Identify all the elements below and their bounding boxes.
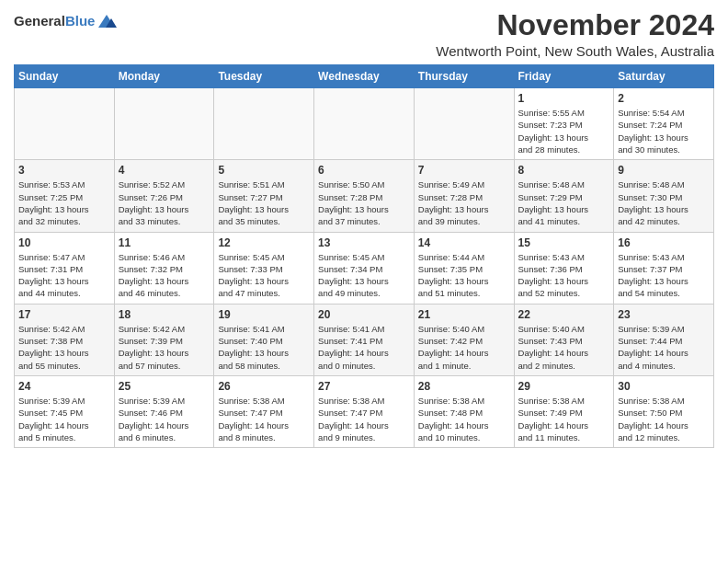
calendar-cell: 26Sunrise: 5:38 AM Sunset: 7:47 PM Dayli… <box>214 375 314 447</box>
day-header-friday: Friday <box>514 65 614 88</box>
day-number: 13 <box>318 236 410 249</box>
week-row-1: 1Sunrise: 5:55 AM Sunset: 7:23 PM Daylig… <box>15 88 714 160</box>
calendar-table: SundayMondayTuesdayWednesdayThursdayFrid… <box>14 64 714 448</box>
day-number: 20 <box>318 308 410 321</box>
calendar-cell: 16Sunrise: 5:43 AM Sunset: 7:37 PM Dayli… <box>614 232 714 304</box>
day-info: Sunrise: 5:50 AM Sunset: 7:28 PM Dayligh… <box>318 178 410 227</box>
calendar-cell <box>15 88 115 160</box>
day-number: 18 <box>119 308 210 321</box>
day-info: Sunrise: 5:55 AM Sunset: 7:23 PM Dayligh… <box>518 107 610 155</box>
calendar-cell: 12Sunrise: 5:45 AM Sunset: 7:33 PM Dayli… <box>214 232 314 304</box>
day-info: Sunrise: 5:39 AM Sunset: 7:45 PM Dayligh… <box>18 395 110 443</box>
day-number: 21 <box>418 308 510 321</box>
calendar-cell <box>214 88 314 160</box>
day-info: Sunrise: 5:40 AM Sunset: 7:43 PM Dayligh… <box>518 323 610 372</box>
calendar-cell: 28Sunrise: 5:38 AM Sunset: 7:48 PM Dayli… <box>414 375 514 447</box>
day-info: Sunrise: 5:38 AM Sunset: 7:47 PM Dayligh… <box>318 395 410 443</box>
day-info: Sunrise: 5:51 AM Sunset: 7:27 PM Dayligh… <box>218 178 310 227</box>
week-row-2: 3Sunrise: 5:53 AM Sunset: 7:25 PM Daylig… <box>15 160 714 232</box>
day-number: 10 <box>18 236 110 249</box>
day-number: 15 <box>518 236 610 249</box>
calendar-cell: 11Sunrise: 5:46 AM Sunset: 7:32 PM Dayli… <box>114 232 214 304</box>
calendar-cell: 5Sunrise: 5:51 AM Sunset: 7:27 PM Daylig… <box>214 160 314 232</box>
calendar-cell: 20Sunrise: 5:41 AM Sunset: 7:41 PM Dayli… <box>314 304 415 375</box>
calendar-cell: 18Sunrise: 5:42 AM Sunset: 7:39 PM Dayli… <box>114 304 214 375</box>
calendar-cell: 7Sunrise: 5:49 AM Sunset: 7:28 PM Daylig… <box>414 160 514 232</box>
month-title: November 2024 <box>436 9 714 41</box>
day-info: Sunrise: 5:41 AM Sunset: 7:40 PM Dayligh… <box>218 323 310 372</box>
title-area: November 2024 Wentworth Point, New South… <box>436 9 714 59</box>
day-number: 24 <box>18 380 110 393</box>
day-info: Sunrise: 5:49 AM Sunset: 7:28 PM Dayligh… <box>418 178 510 227</box>
day-number: 6 <box>318 164 410 177</box>
day-header-thursday: Thursday <box>414 65 514 88</box>
day-info: Sunrise: 5:48 AM Sunset: 7:30 PM Dayligh… <box>618 178 710 227</box>
calendar-cell <box>114 88 214 160</box>
calendar-cell: 22Sunrise: 5:40 AM Sunset: 7:43 PM Dayli… <box>514 304 614 375</box>
day-header-monday: Monday <box>114 65 214 88</box>
day-header-sunday: Sunday <box>15 65 115 88</box>
calendar-cell: 17Sunrise: 5:42 AM Sunset: 7:38 PM Dayli… <box>15 304 115 375</box>
day-number: 22 <box>518 308 610 321</box>
location-title: Wentworth Point, New South Wales, Austra… <box>436 43 714 59</box>
day-number: 29 <box>518 380 610 393</box>
week-row-3: 10Sunrise: 5:47 AM Sunset: 7:31 PM Dayli… <box>15 232 714 304</box>
day-info: Sunrise: 5:38 AM Sunset: 7:47 PM Dayligh… <box>218 395 310 443</box>
calendar-cell: 23Sunrise: 5:39 AM Sunset: 7:44 PM Dayli… <box>614 304 714 375</box>
day-info: Sunrise: 5:39 AM Sunset: 7:44 PM Dayligh… <box>618 323 710 372</box>
logo: GeneralBlue <box>14 9 117 29</box>
calendar-cell: 30Sunrise: 5:38 AM Sunset: 7:50 PM Dayli… <box>614 375 714 447</box>
calendar-cell <box>414 88 514 160</box>
calendar-cell: 2Sunrise: 5:54 AM Sunset: 7:24 PM Daylig… <box>614 88 714 160</box>
calendar-cell <box>314 88 415 160</box>
day-number: 14 <box>418 236 510 249</box>
calendar-cell: 21Sunrise: 5:40 AM Sunset: 7:42 PM Dayli… <box>414 304 514 375</box>
calendar-cell: 19Sunrise: 5:41 AM Sunset: 7:40 PM Dayli… <box>214 304 314 375</box>
day-number: 17 <box>18 308 110 321</box>
calendar-cell: 27Sunrise: 5:38 AM Sunset: 7:47 PM Dayli… <box>314 375 415 447</box>
day-info: Sunrise: 5:38 AM Sunset: 7:49 PM Dayligh… <box>518 395 610 443</box>
day-number: 9 <box>618 164 710 177</box>
day-header-saturday: Saturday <box>614 65 714 88</box>
day-info: Sunrise: 5:38 AM Sunset: 7:50 PM Dayligh… <box>618 395 710 443</box>
day-number: 4 <box>119 164 210 177</box>
calendar-cell: 13Sunrise: 5:45 AM Sunset: 7:34 PM Dayli… <box>314 232 415 304</box>
calendar-cell: 9Sunrise: 5:48 AM Sunset: 7:30 PM Daylig… <box>614 160 714 232</box>
day-header-wednesday: Wednesday <box>314 65 415 88</box>
calendar-cell: 10Sunrise: 5:47 AM Sunset: 7:31 PM Dayli… <box>15 232 115 304</box>
day-number: 5 <box>218 164 310 177</box>
day-number: 8 <box>518 164 610 177</box>
day-number: 16 <box>618 236 710 249</box>
day-info: Sunrise: 5:44 AM Sunset: 7:35 PM Dayligh… <box>418 251 510 300</box>
calendar-cell: 8Sunrise: 5:48 AM Sunset: 7:29 PM Daylig… <box>514 160 614 232</box>
calendar-cell: 4Sunrise: 5:52 AM Sunset: 7:26 PM Daylig… <box>114 160 214 232</box>
day-info: Sunrise: 5:54 AM Sunset: 7:24 PM Dayligh… <box>618 107 710 155</box>
day-info: Sunrise: 5:52 AM Sunset: 7:26 PM Dayligh… <box>119 178 210 227</box>
day-info: Sunrise: 5:38 AM Sunset: 7:48 PM Dayligh… <box>418 395 510 443</box>
calendar-cell: 1Sunrise: 5:55 AM Sunset: 7:23 PM Daylig… <box>514 88 614 160</box>
day-info: Sunrise: 5:42 AM Sunset: 7:38 PM Dayligh… <box>18 323 110 372</box>
day-info: Sunrise: 5:45 AM Sunset: 7:33 PM Dayligh… <box>218 251 310 300</box>
day-number: 28 <box>418 380 510 393</box>
calendar-cell: 6Sunrise: 5:50 AM Sunset: 7:28 PM Daylig… <box>314 160 415 232</box>
day-number: 19 <box>218 308 310 321</box>
calendar-cell: 24Sunrise: 5:39 AM Sunset: 7:45 PM Dayli… <box>15 375 115 447</box>
day-info: Sunrise: 5:45 AM Sunset: 7:34 PM Dayligh… <box>318 251 410 300</box>
calendar-cell: 14Sunrise: 5:44 AM Sunset: 7:35 PM Dayli… <box>414 232 514 304</box>
calendar-header: SundayMondayTuesdayWednesdayThursdayFrid… <box>15 65 714 88</box>
day-info: Sunrise: 5:39 AM Sunset: 7:46 PM Dayligh… <box>119 395 210 443</box>
day-number: 11 <box>119 236 210 249</box>
day-number: 23 <box>618 308 710 321</box>
day-number: 1 <box>518 92 610 105</box>
calendar-cell: 3Sunrise: 5:53 AM Sunset: 7:25 PM Daylig… <box>15 160 115 232</box>
day-number: 27 <box>318 380 410 393</box>
day-info: Sunrise: 5:46 AM Sunset: 7:32 PM Dayligh… <box>119 251 210 300</box>
logo-general: GeneralBlue <box>14 13 95 29</box>
day-info: Sunrise: 5:43 AM Sunset: 7:36 PM Dayligh… <box>518 251 610 300</box>
day-number: 30 <box>618 380 710 393</box>
day-number: 12 <box>218 236 310 249</box>
header-row: SundayMondayTuesdayWednesdayThursdayFrid… <box>15 65 714 88</box>
day-info: Sunrise: 5:47 AM Sunset: 7:31 PM Dayligh… <box>18 251 110 300</box>
logo-icon <box>97 13 117 29</box>
day-number: 25 <box>119 380 210 393</box>
